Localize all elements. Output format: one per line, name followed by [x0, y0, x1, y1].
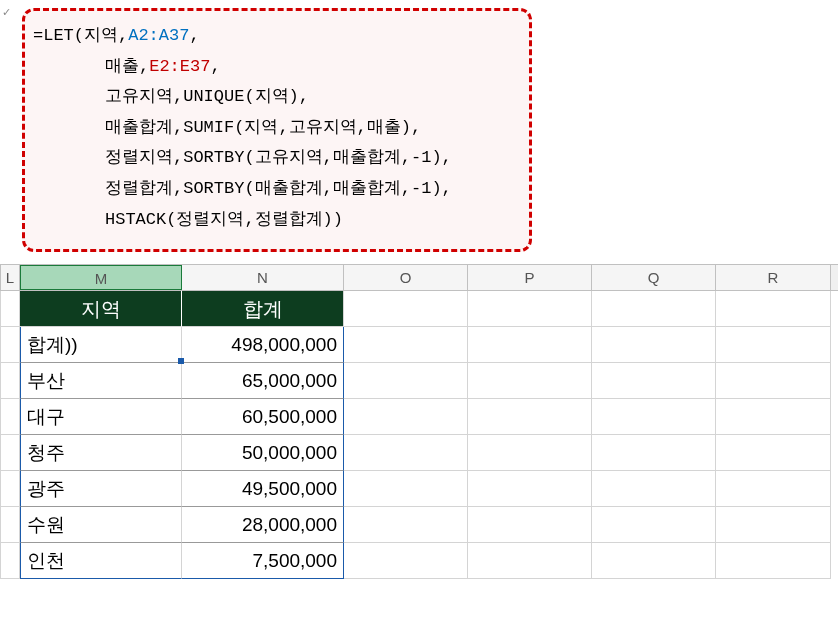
cell-blank[interactable] [344, 543, 468, 579]
cell-blank[interactable] [592, 363, 716, 399]
cell-blank[interactable] [716, 291, 831, 327]
cell-blank[interactable] [592, 399, 716, 435]
grid-rows: 지역 합계 합계)) 498,000,000 부산 65,000,000 [0, 291, 838, 579]
table-header-total[interactable]: 합계 [182, 291, 344, 327]
col-header-M[interactable]: M [20, 265, 182, 290]
check-icon: ✓ [2, 6, 11, 19]
table-row: 대구 60,500,000 [0, 399, 838, 435]
cell-blank[interactable] [592, 507, 716, 543]
region-cell[interactable]: 대구 [20, 399, 182, 435]
cell-blank[interactable] [716, 399, 831, 435]
cell-blank[interactable] [716, 507, 831, 543]
table-row: 부산 65,000,000 [0, 363, 838, 399]
formula-line-6: 정렬합계,SORTBY(매출합계,매출합계,-1), [33, 174, 511, 205]
table-row: 청주 50,000,000 [0, 435, 838, 471]
cell-blank[interactable] [344, 291, 468, 327]
formula-line-3: 고유지역,UNIQUE(지역), [33, 82, 511, 113]
table-row: 인천 7,500,000 [0, 543, 838, 579]
formula-line-4: 매출합계,SUMIF(지역,고유지역,매출), [33, 113, 511, 144]
col-header-P[interactable]: P [468, 265, 592, 290]
cell-blank[interactable] [344, 327, 468, 363]
cell-blank[interactable] [716, 363, 831, 399]
total-cell[interactable]: 49,500,000 [182, 471, 344, 507]
col-header-O[interactable]: O [344, 265, 468, 290]
cell-blank[interactable] [468, 327, 592, 363]
total-cell[interactable]: 50,000,000 [182, 435, 344, 471]
total-cell[interactable]: 28,000,000 [182, 507, 344, 543]
cell-blank[interactable] [344, 363, 468, 399]
table-row: 수원 28,000,000 [0, 507, 838, 543]
spreadsheet-area: L M N O P Q R 지역 합계 합계)) 498,000,000 [0, 265, 838, 579]
cell-blank[interactable] [0, 507, 20, 543]
active-cell-fill-handle[interactable] [178, 358, 184, 364]
cell-blank[interactable] [716, 327, 831, 363]
column-headers: L M N O P Q R [0, 265, 838, 291]
cell-blank[interactable] [716, 435, 831, 471]
region-cell[interactable]: 부산 [20, 363, 182, 399]
cell-blank[interactable] [0, 363, 20, 399]
table-header-row: 지역 합계 [0, 291, 838, 327]
formula-bar-area: ✓ =LET(지역,A2:A37, 매출,E2:E37, 고유지역,UNIQUE… [0, 0, 838, 265]
cell-blank[interactable] [468, 291, 592, 327]
region-cell[interactable]: 수원 [20, 507, 182, 543]
formula-line-2: 매출,E2:E37, [33, 52, 511, 83]
col-header-L[interactable]: L [0, 265, 20, 290]
cell-blank[interactable] [344, 399, 468, 435]
cell-blank[interactable] [592, 291, 716, 327]
total-cell[interactable]: 60,500,000 [182, 399, 344, 435]
cell-blank[interactable] [344, 471, 468, 507]
cell-blank[interactable] [716, 543, 831, 579]
col-header-N[interactable]: N [182, 265, 344, 290]
cell-blank[interactable] [592, 435, 716, 471]
cell-blank[interactable] [0, 435, 20, 471]
region-cell[interactable]: 인천 [20, 543, 182, 579]
cell-blank[interactable] [344, 435, 468, 471]
region-cell[interactable]: 합계)) [20, 327, 182, 363]
formula-line-5: 정렬지역,SORTBY(고유지역,매출합계,-1), [33, 143, 511, 174]
cell-blank[interactable] [0, 399, 20, 435]
cell-blank[interactable] [0, 327, 20, 363]
total-cell[interactable]: 7,500,000 [182, 543, 344, 579]
cell-blank[interactable] [468, 507, 592, 543]
cell-blank[interactable] [468, 399, 592, 435]
total-cell[interactable]: 498,000,000 [182, 327, 344, 363]
total-cell[interactable]: 65,000,000 [182, 363, 344, 399]
cell-blank[interactable] [0, 291, 20, 327]
cell-blank[interactable] [344, 507, 468, 543]
cell-blank[interactable] [0, 543, 20, 579]
region-cell[interactable]: 광주 [20, 471, 182, 507]
formula-line-1: =LET(지역,A2:A37, [33, 21, 511, 52]
cell-blank[interactable] [592, 327, 716, 363]
col-header-R[interactable]: R [716, 265, 831, 290]
table-header-region[interactable]: 지역 [20, 291, 182, 327]
cell-blank[interactable] [592, 543, 716, 579]
formula-box[interactable]: =LET(지역,A2:A37, 매출,E2:E37, 고유지역,UNIQUE(지… [22, 8, 532, 252]
cell-blank[interactable] [468, 543, 592, 579]
cell-blank[interactable] [0, 471, 20, 507]
col-header-Q[interactable]: Q [592, 265, 716, 290]
table-row: 합계)) 498,000,000 [0, 327, 838, 363]
region-cell[interactable]: 청주 [20, 435, 182, 471]
formula-line-7: HSTACK(정렬지역,정렬합계)) [33, 205, 511, 236]
cell-blank[interactable] [592, 471, 716, 507]
cell-blank[interactable] [468, 363, 592, 399]
cell-blank[interactable] [716, 471, 831, 507]
table-row: 광주 49,500,000 [0, 471, 838, 507]
cell-blank[interactable] [468, 435, 592, 471]
cell-blank[interactable] [468, 471, 592, 507]
